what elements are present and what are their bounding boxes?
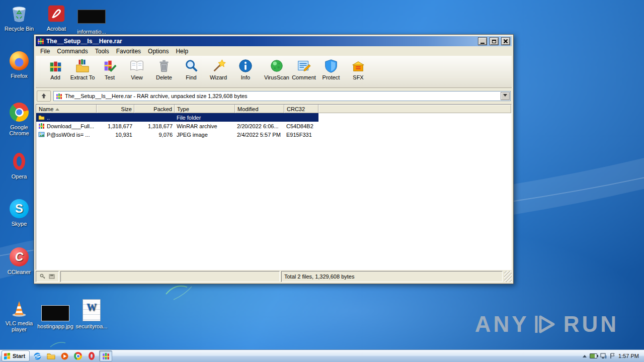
jpeg-image-icon bbox=[38, 131, 45, 138]
menu-help[interactable]: Help bbox=[172, 47, 192, 56]
menu-options[interactable]: Options bbox=[144, 47, 172, 56]
view-file-icon bbox=[129, 58, 144, 74]
status-icons-panel bbox=[36, 271, 59, 282]
toolbar-label: SFX bbox=[353, 74, 363, 80]
taskbar-clock[interactable]: 1:57 PM bbox=[618, 353, 639, 359]
start-button[interactable]: Start bbox=[2, 350, 30, 361]
desktop-icon-ccleaner[interactable]: C CCleaner bbox=[2, 246, 36, 275]
toolbar-extract-button[interactable]: Extract To bbox=[69, 56, 96, 87]
toolbar-label: Info bbox=[241, 74, 250, 80]
toolbar-comment-button[interactable]: Comment bbox=[290, 56, 317, 87]
sfx-box-icon bbox=[351, 58, 366, 74]
address-dropdown-button[interactable] bbox=[501, 92, 510, 100]
windows-flag-icon bbox=[4, 353, 11, 359]
menu-favorites[interactable]: Favorites bbox=[113, 47, 144, 56]
menu-commands[interactable]: Commands bbox=[53, 47, 91, 56]
toolbar-wizard-button[interactable]: Wizard bbox=[205, 56, 232, 87]
desktop-icon-acrobat[interactable]: Acrobat bbox=[39, 3, 73, 32]
redacted-black-icon bbox=[77, 6, 106, 27]
toolbar-protect-button[interactable]: Protect bbox=[317, 56, 345, 87]
close-button[interactable] bbox=[501, 37, 510, 45]
key-icon bbox=[40, 274, 46, 280]
desktop: Recycle Bin Acrobat informatio... Firefo… bbox=[0, 0, 644, 362]
column-header-type[interactable]: Type bbox=[175, 105, 235, 113]
toolbar-sfx-button[interactable]: SFX bbox=[345, 56, 372, 87]
desktop-icon-securityroa[interactable]: W securityroa... bbox=[74, 299, 109, 329]
menu-bar: File Commands Tools Favorites Options He… bbox=[36, 46, 512, 56]
desktop-icon-information[interactable]: informatio... bbox=[74, 6, 109, 35]
desktop-icon-firefox[interactable]: Firefox bbox=[2, 50, 36, 79]
ccleaner-icon: C bbox=[9, 246, 30, 267]
address-combobox[interactable]: The__Setup__Is__Here.rar - RAR archive, … bbox=[53, 91, 511, 101]
taskbar-chrome-button[interactable] bbox=[72, 351, 84, 361]
add-archive-icon bbox=[48, 58, 63, 74]
winrar-archive-icon bbox=[38, 123, 45, 129]
desktop-icon-opera[interactable]: Opera bbox=[2, 151, 36, 179]
toolbar-delete-button[interactable]: Delete bbox=[150, 56, 178, 87]
ccleaner-glyph: C bbox=[15, 254, 24, 260]
toolbar-test-button[interactable]: Test bbox=[96, 56, 123, 87]
column-header-size[interactable]: Size bbox=[97, 105, 134, 113]
minimize-button[interactable] bbox=[478, 37, 487, 45]
resize-grip[interactable] bbox=[504, 271, 512, 282]
file-row-download-archive[interactable]: Download___Full... 1,318,677 1,318,677 W… bbox=[36, 122, 318, 130]
toolbar-info-button[interactable]: Info bbox=[232, 56, 259, 87]
file-row-password-image[interactable]: P@ssW0rd is= ... 10,931 9,076 JPEG image… bbox=[36, 130, 318, 139]
toolbar-label: Protect bbox=[323, 74, 340, 80]
toolbar-label: Find bbox=[186, 74, 196, 80]
desktop-icon-google-chrome[interactable]: Google Chrome bbox=[2, 102, 36, 136]
winrar-app-icon bbox=[37, 38, 44, 45]
toolbar-find-button[interactable]: Find bbox=[178, 56, 205, 87]
desktop-icon-label: Recycle Bin bbox=[5, 26, 34, 32]
test-archive-icon bbox=[102, 58, 117, 74]
desktop-icon-vlc[interactable]: VLC media player bbox=[2, 298, 36, 332]
taskbar-internet-explorer-button[interactable] bbox=[31, 351, 43, 361]
media-app-icon bbox=[60, 352, 69, 360]
toolbar-label: Wizard bbox=[210, 74, 227, 80]
system-tray: 1:57 PM bbox=[583, 353, 642, 359]
column-header-filler bbox=[318, 105, 511, 113]
desktop-icon-label: CCleaner bbox=[8, 269, 31, 275]
desktop-icon-hostingapp[interactable]: hostingapp.jpg bbox=[38, 305, 72, 329]
column-header-crc32[interactable]: CRC32 bbox=[284, 105, 318, 113]
close-icon bbox=[503, 39, 508, 44]
toolbar-label: View bbox=[131, 74, 143, 80]
desktop-icon-recycle-bin[interactable]: Recycle Bin bbox=[2, 3, 36, 32]
taskbar: Start bbox=[0, 349, 644, 362]
toolbar-view-button[interactable]: View bbox=[123, 56, 150, 87]
column-header-modified[interactable]: Modified bbox=[235, 105, 284, 113]
title-bar[interactable]: The__Setup__Is__Here.rar bbox=[36, 36, 512, 46]
delete-trash-icon bbox=[156, 58, 172, 74]
toolbar-add-button[interactable]: Add bbox=[42, 56, 69, 87]
taskbar-opera-button[interactable] bbox=[86, 351, 98, 361]
battery-icon[interactable] bbox=[590, 353, 597, 358]
taskbar-explorer-button[interactable] bbox=[45, 351, 57, 361]
folder-up-icon bbox=[38, 114, 45, 121]
file-row-parent-dir[interactable]: .. File folder bbox=[36, 113, 318, 122]
menu-tools[interactable]: Tools bbox=[92, 47, 113, 56]
virusscan-icon bbox=[269, 58, 284, 74]
file-rows: .. File folder bbox=[36, 113, 511, 269]
up-directory-button[interactable] bbox=[37, 90, 51, 102]
winrar-mini-icon bbox=[56, 93, 62, 100]
menu-file[interactable]: File bbox=[37, 47, 53, 56]
hidden-icons-chevron-icon[interactable] bbox=[583, 353, 587, 357]
desktop-icon-label: Skype bbox=[12, 221, 27, 227]
network-icon[interactable] bbox=[600, 353, 607, 359]
taskbar-winrar-button-active[interactable] bbox=[99, 350, 112, 361]
maximize-button[interactable] bbox=[490, 37, 499, 45]
opera-icon bbox=[9, 151, 30, 172]
notifications-flag-icon[interactable] bbox=[610, 353, 615, 359]
chrome-icon bbox=[9, 102, 30, 123]
toolbar-virusscan-button[interactable]: VirusScan bbox=[263, 56, 290, 87]
winrar-window: The__Setup__Is__Here.rar File Commands T… bbox=[34, 34, 514, 284]
column-header-name[interactable]: Name bbox=[36, 105, 97, 113]
file-list: Name Size Packed Type Modified CRC32 bbox=[36, 104, 512, 270]
column-header-packed[interactable]: Packed bbox=[134, 105, 175, 113]
taskbar-media-app-button[interactable] bbox=[58, 351, 70, 361]
chevron-down-icon bbox=[503, 94, 507, 99]
info-icon bbox=[238, 58, 253, 74]
minimize-icon bbox=[480, 43, 485, 44]
desktop-icon-skype[interactable]: S Skype bbox=[2, 198, 36, 227]
firefox-icon bbox=[9, 50, 30, 71]
